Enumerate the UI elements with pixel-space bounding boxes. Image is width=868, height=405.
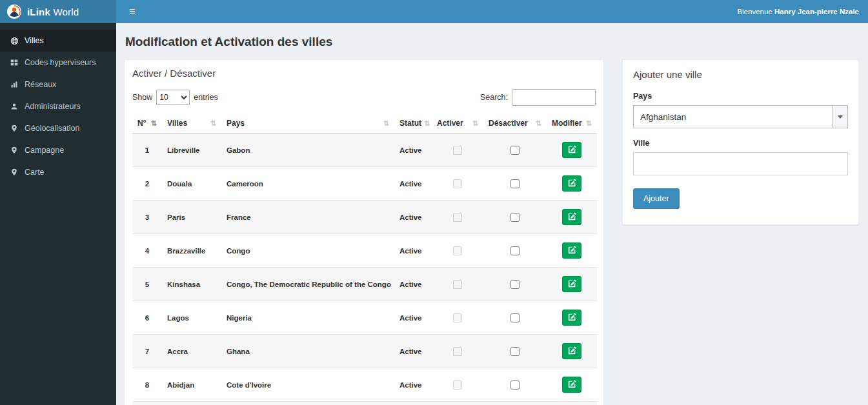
edit-button[interactable] xyxy=(562,242,581,259)
sidebar-item-administrateurs[interactable]: Administrateurs xyxy=(0,95,116,117)
bar-chart-icon xyxy=(10,81,19,88)
pays-select[interactable]: Afghanistan xyxy=(633,105,848,128)
show-label: Show xyxy=(132,93,152,102)
column-label: Villes xyxy=(167,119,187,128)
column-header-modifier[interactable]: Modifier⇅ xyxy=(547,114,597,133)
pays-cell: Congo xyxy=(221,234,394,268)
activer-checkbox xyxy=(453,213,462,222)
column-label: Modifier xyxy=(552,119,582,128)
table-row: 4BrazzavilleCongoActive xyxy=(132,234,597,268)
column-label: Activer xyxy=(437,119,463,128)
edit-button[interactable] xyxy=(562,343,581,359)
page-length-select[interactable]: 10 xyxy=(156,90,190,105)
modifier-cell xyxy=(547,335,597,368)
desactiver-checkbox[interactable] xyxy=(510,246,520,255)
column-header-activer[interactable]: Activer⇅ xyxy=(432,114,483,133)
brand-rest: World xyxy=(53,6,79,17)
table-controls: Show 10 entries Search: xyxy=(132,89,596,106)
sidebar-item-codes-hyperviseurs[interactable]: Codes hyperviseurs xyxy=(0,52,116,74)
sidebar-item-reseaux[interactable]: Réseaux xyxy=(0,74,116,95)
user-icon xyxy=(10,103,19,110)
statut-cell: Active xyxy=(394,402,432,405)
desactiver-cell xyxy=(483,402,547,405)
desactiver-checkbox[interactable] xyxy=(510,146,520,155)
statut-cell: Active xyxy=(394,335,432,368)
edit-button[interactable] xyxy=(562,377,581,393)
modifier-cell xyxy=(547,234,597,268)
pays-cell: Senegal xyxy=(221,402,394,405)
desactiver-checkbox[interactable] xyxy=(510,347,520,356)
row-number-cell: 9 xyxy=(132,402,162,405)
modifier-cell xyxy=(547,201,597,234)
statut-cell: Active xyxy=(394,268,432,301)
edit-button[interactable] xyxy=(562,142,581,158)
column-header-statut[interactable]: Statut⇅ xyxy=(394,114,432,133)
brand-text: iLink World xyxy=(27,6,79,17)
sort-icon: ⇅ xyxy=(210,119,216,128)
table-row: 9DakarSenegalActive xyxy=(132,402,597,405)
desactiver-checkbox[interactable] xyxy=(510,179,520,188)
sidebar-item-geolocalisation[interactable]: Géolocalisation xyxy=(0,117,116,139)
ville-input[interactable] xyxy=(633,152,848,175)
column-header-desactiver[interactable]: Désactiver⇅ xyxy=(483,114,547,133)
activer-checkbox xyxy=(453,280,462,289)
activer-checkbox xyxy=(453,313,462,322)
table-header-row: N°⇅Villes⇅Pays⇅Statut⇅Activer⇅Désactiver… xyxy=(132,114,597,133)
column-header-pays[interactable]: Pays⇅ xyxy=(221,114,394,133)
edit-icon xyxy=(568,346,576,357)
desactiver-checkbox[interactable] xyxy=(510,313,520,322)
hamburger-menu-icon[interactable]: ≡ xyxy=(125,4,139,19)
pays-cell: Congo, The Democratic Republic of the Co… xyxy=(221,268,394,301)
row-number-cell: 2 xyxy=(132,167,162,201)
edit-button[interactable] xyxy=(562,276,581,292)
ville-cell: Lagos xyxy=(162,301,221,335)
search-input[interactable] xyxy=(512,89,596,106)
sidebar-menu: VillesCodes hyperviseursRéseauxAdministr… xyxy=(0,23,116,405)
pays-cell: France xyxy=(221,201,394,234)
page-length-control: Show 10 entries xyxy=(132,90,218,105)
edit-icon xyxy=(568,246,576,256)
row-number-cell: 6 xyxy=(132,301,162,335)
column-label: N° xyxy=(137,119,146,128)
edit-button[interactable] xyxy=(562,209,581,225)
edit-icon xyxy=(568,313,576,323)
ville-cell: Paris xyxy=(162,201,221,234)
column-header-villes[interactable]: Villes⇅ xyxy=(162,114,221,133)
brand[interactable]: iLink World xyxy=(0,0,116,23)
edit-button[interactable] xyxy=(562,175,581,192)
topbar-main: ≡ Bienvenue Hanry Jean-pierre Nzale xyxy=(116,0,868,23)
sidebar-item-label: Géolocalisation xyxy=(25,124,79,133)
pays-cell: Cote d'Ivoire xyxy=(221,368,394,402)
sidebar-item-carte[interactable]: Carte xyxy=(0,161,116,183)
edit-button[interactable] xyxy=(562,310,581,326)
activer-checkbox xyxy=(453,179,462,188)
desactiver-checkbox[interactable] xyxy=(510,213,520,222)
edit-icon xyxy=(568,145,576,155)
table-row: 8AbidjanCote d'IvoireActive xyxy=(132,368,597,402)
map-marker-icon xyxy=(10,124,19,132)
sidebar-item-villes[interactable]: Villes xyxy=(0,30,116,52)
pays-label: Pays xyxy=(633,92,848,101)
desactiver-cell xyxy=(483,368,547,402)
ajouter-button[interactable]: Ajouter xyxy=(633,188,680,209)
sidebar-item-label: Carte xyxy=(25,168,45,177)
table-row: 7AccraGhanaActive xyxy=(132,335,597,368)
ville-cell: Abidjan xyxy=(162,368,221,402)
ville-cell: Accra xyxy=(162,335,221,368)
sort-icon: ⇅ xyxy=(536,119,541,128)
sidebar-item-label: Codes hyperviseurs xyxy=(25,58,96,67)
welcome-text: Bienvenue Hanry Jean-pierre Nzale xyxy=(737,8,859,15)
desactiver-checkbox[interactable] xyxy=(510,380,520,390)
sidebar-item-campagne[interactable]: Campagne xyxy=(0,139,116,161)
row-number-cell: 4 xyxy=(132,234,162,268)
statut-cell: Active xyxy=(394,234,432,268)
table-row: 1LibrevilleGabonActive xyxy=(132,133,597,167)
modifier-cell xyxy=(547,268,597,301)
sort-icon: ⇅ xyxy=(383,119,389,128)
column-header-n[interactable]: N°⇅ xyxy=(132,114,162,133)
edit-icon xyxy=(568,279,576,290)
desactiver-checkbox[interactable] xyxy=(510,280,520,289)
desactiver-cell xyxy=(483,335,547,368)
modifier-cell xyxy=(547,368,597,402)
globe-icon xyxy=(10,37,19,45)
